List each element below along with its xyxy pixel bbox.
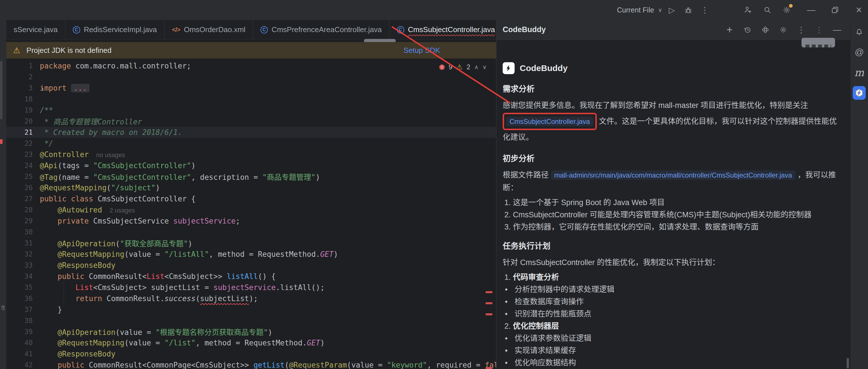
- code-line-1[interactable]: 1package com.macro.mall.controller;: [6, 60, 496, 71]
- line-number[interactable]: 24: [6, 162, 38, 170]
- window-minimize-button[interactable]: —: [802, 3, 820, 16]
- error-stripe-mark[interactable]: [486, 291, 492, 293]
- code-line-25[interactable]: 25@Tag(name = "CmsSubjectController", de…: [6, 171, 496, 182]
- line-number[interactable]: 32: [6, 250, 38, 258]
- code-editor[interactable]: 1package com.macro.mall.controller;23›im…: [6, 60, 496, 369]
- knot-button[interactable]: [760, 24, 771, 35]
- line-number[interactable]: 40: [6, 339, 38, 347]
- window-close-button[interactable]: ×: [850, 3, 868, 16]
- prev-issue-button[interactable]: ∧: [474, 64, 478, 70]
- left-stripe-handle[interactable]: [0, 61, 2, 119]
- code-line-38[interactable]: 38: [6, 315, 496, 326]
- debug-button[interactable]: [682, 3, 695, 16]
- line-number[interactable]: 37: [6, 306, 38, 313]
- line-number[interactable]: 21: [6, 128, 38, 136]
- code-line-30[interactable]: 30: [6, 226, 496, 237]
- settings-button[interactable]: [780, 3, 793, 16]
- tab-sservice-java[interactable]: sService.java: [6, 20, 65, 39]
- next-issue-button[interactable]: ∨: [483, 64, 487, 70]
- code-line-24[interactable]: 24@Api(tags = "CmsSubjectController"): [6, 160, 496, 171]
- line-number[interactable]: 28: [6, 206, 38, 214]
- add-user-icon: [744, 6, 752, 14]
- more-button[interactable]: ⋮: [796, 24, 807, 35]
- chat-paragraph: 针对 CmsSubjectController 的性能优化，我制定以下执行计划：: [503, 256, 840, 269]
- add-user-button[interactable]: [742, 3, 754, 16]
- tab-redisserviceimpl-java[interactable]: CRedisServiceImpl.java: [65, 20, 165, 39]
- code-line-27[interactable]: 27public class CmsSubjectController {: [6, 193, 496, 204]
- line-number[interactable]: 34: [6, 272, 38, 280]
- code-line-2[interactable]: 2: [6, 71, 496, 82]
- line-number[interactable]: 23: [6, 150, 38, 159]
- inspections-widget[interactable]: ! 9 ⚠ 2 ∧ ∨: [439, 63, 487, 71]
- line-number[interactable]: 39: [6, 328, 38, 336]
- code-line-42[interactable]: 42 public CommonResult<CommonPage<CmsSub…: [6, 359, 496, 369]
- tab-omsorderdao-xml[interactable]: </>OmsOrderDao.xml: [165, 20, 253, 39]
- code-line-22[interactable]: 22 */: [6, 138, 496, 149]
- line-number[interactable]: 36: [6, 295, 38, 303]
- fold-arrow-icon[interactable]: ›: [40, 85, 44, 93]
- code-line-23[interactable]: 23@Controllerno usages: [6, 149, 496, 160]
- line-number[interactable]: 20: [6, 117, 38, 125]
- line-number[interactable]: 42: [6, 361, 38, 369]
- run-configuration-select[interactable]: Current File ∨: [617, 0, 662, 20]
- settings-button[interactable]: [778, 24, 789, 35]
- file-reference-chip[interactable]: CmsSubjectController.java: [506, 117, 593, 126]
- line-number[interactable]: 18: [6, 95, 38, 103]
- left-stripe-partial-label[interactable]: er: [0, 305, 6, 310]
- tab-cmsprefrenceareacontroller-java[interactable]: CCmsPrefrenceAreaController.java: [253, 20, 389, 39]
- error-stripe-mark[interactable]: [486, 367, 492, 369]
- search-button[interactable]: [761, 3, 774, 16]
- notifications-button[interactable]: [852, 25, 866, 38]
- code-line-36[interactable]: 36 return CommonResult.success(subjectLi…: [6, 293, 496, 304]
- line-number[interactable]: 25: [6, 173, 38, 181]
- line-number[interactable]: 38: [6, 317, 38, 325]
- mermaid-plugin-button[interactable]: m: [852, 66, 866, 79]
- code-line-21[interactable]: 21 * Created by macro on 2018/6/1.: [6, 127, 496, 138]
- error-stripe-mark[interactable]: [486, 302, 492, 304]
- line-number[interactable]: 35: [6, 283, 38, 292]
- file-reference-chip[interactable]: mall-admin/src/main/java/com/macro/mall/…: [551, 170, 796, 180]
- code-line-40[interactable]: 40 @RequestMapping(value = "/list", meth…: [6, 337, 496, 348]
- line-number[interactable]: 22: [6, 139, 38, 147]
- line-number[interactable]: 29: [6, 217, 38, 225]
- code-line-18[interactable]: 18: [6, 94, 496, 104]
- titlebar-more-button[interactable]: ⋮: [698, 3, 711, 16]
- codebuddy-plugin-button[interactable]: [852, 86, 866, 99]
- code-line-3[interactable]: 3›import ...: [6, 82, 496, 94]
- line-number[interactable]: 27: [6, 195, 38, 203]
- line-number[interactable]: 26: [6, 184, 38, 192]
- tab-cmssubjectcontroller-java[interactable]: CCmsSubjectController.java×: [390, 20, 513, 39]
- line-number[interactable]: 31: [6, 239, 38, 247]
- line-number[interactable]: 30: [6, 228, 38, 236]
- code-line-31[interactable]: 31 @ApiOperation("获取全部商品专题"): [6, 237, 496, 248]
- code-line-26[interactable]: 26@RequestMapping("/subject"): [6, 182, 496, 193]
- code-line-41[interactable]: 41 @ResponseBody: [6, 348, 496, 359]
- code-line-39[interactable]: 39 @ApiOperation(value = "根据专题名称分页获取商品专题…: [6, 326, 496, 337]
- minimize-button[interactable]: —: [831, 24, 843, 35]
- code-line-37[interactable]: 37 }: [6, 304, 496, 315]
- code-line-33[interactable]: 33 @ResponseBody: [6, 260, 496, 271]
- code-text: @ResponseBody: [38, 261, 116, 270]
- line-number[interactable]: 41: [6, 350, 38, 358]
- window-maximize-button[interactable]: [826, 3, 844, 16]
- code-line-19[interactable]: 19/**: [6, 104, 496, 115]
- code-line-20[interactable]: 20 * 商品专题管理Controller: [6, 115, 496, 127]
- code-line-32[interactable]: 32 @RequestMapping(value = "/listAll", m…: [6, 248, 496, 260]
- code-line-29[interactable]: 29 private CmsSubjectService subjectServ…: [6, 215, 496, 226]
- add-button[interactable]: +: [724, 24, 735, 35]
- code-line-35[interactable]: 35 List<CmsSubject> subjectList = subjec…: [6, 282, 496, 293]
- history-button[interactable]: [742, 24, 753, 35]
- panel-scrollbar-thumb[interactable]: [847, 358, 849, 368]
- line-number[interactable]: 19: [6, 106, 38, 114]
- line-number[interactable]: 33: [6, 261, 38, 269]
- line-number[interactable]: 3›: [6, 84, 38, 92]
- more-secondary-button[interactable]: ⋮: [813, 24, 825, 35]
- code-line-34[interactable]: 34 public CommonResult<List<CmsSubject>>…: [6, 271, 496, 282]
- line-number[interactable]: 1: [6, 62, 38, 70]
- line-number[interactable]: 2: [6, 73, 38, 81]
- code-line-28[interactable]: 28 @Autowired2 usages: [6, 204, 496, 215]
- run-button[interactable]: ▷: [665, 3, 678, 16]
- error-stripe-mark[interactable]: [486, 313, 492, 315]
- ai-spiral-button[interactable]: @: [852, 45, 866, 59]
- setup-sdk-link[interactable]: Setup SDK: [403, 46, 440, 55]
